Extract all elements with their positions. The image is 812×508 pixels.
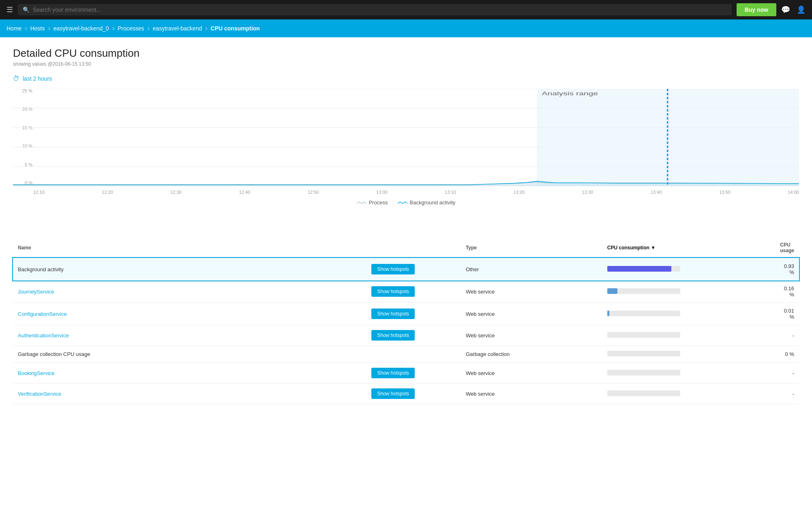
cell-name: ConfigurationService bbox=[13, 303, 366, 325]
show-hotspots-button[interactable]: Show hotspots bbox=[371, 368, 415, 378]
cell-type: Garbage collection bbox=[461, 346, 602, 363]
user-icon[interactable]: 👤 bbox=[797, 5, 806, 14]
x-label-1230: 12:30 bbox=[170, 190, 182, 195]
col-header-name: Name bbox=[13, 238, 366, 258]
cell-hotspots: Show hotspots bbox=[366, 363, 461, 384]
cell-cpu-bar bbox=[602, 281, 775, 303]
bar-wrapper bbox=[607, 288, 680, 294]
col-header-hotspots bbox=[366, 238, 461, 258]
col-header-cpu-usage: CPU usage bbox=[775, 238, 799, 258]
cell-type: Other bbox=[461, 258, 602, 281]
table-section: Name Type CPU consumption ▼ CPU usage Ba… bbox=[13, 238, 799, 404]
data-table: Name Type CPU consumption ▼ CPU usage Ba… bbox=[13, 238, 799, 404]
process-link[interactable]: BookingService bbox=[18, 370, 54, 376]
x-label-1350: 13:50 bbox=[719, 190, 731, 195]
cell-type: Web service bbox=[461, 303, 602, 325]
process-link[interactable]: AuthenticationService bbox=[18, 332, 69, 339]
cell-hotspots: Show hotspots bbox=[366, 303, 461, 325]
cell-name: VerificationService bbox=[13, 384, 366, 404]
page-title: Detailed CPU consumption bbox=[13, 47, 799, 60]
bar-wrapper-empty bbox=[607, 390, 680, 396]
breadcrumb: Home › Hosts › easytravel-backend_0 › Pr… bbox=[0, 19, 812, 37]
process-link[interactable]: JourneyService bbox=[18, 289, 54, 295]
process-link[interactable]: ConfigurationService bbox=[18, 311, 67, 317]
search-bar: 🔍 bbox=[18, 4, 732, 15]
col-header-cpu-consumption[interactable]: CPU consumption ▼ bbox=[602, 238, 775, 258]
cell-hotspots: Show hotspots bbox=[366, 325, 461, 346]
cell-cpu-usage: 0.01 % bbox=[775, 303, 799, 325]
time-range-selector[interactable]: ⏱ last 2 hours bbox=[13, 75, 799, 82]
table-row: AuthenticationServiceShow hotspotsWeb se… bbox=[13, 325, 799, 346]
cell-cpu-usage: - bbox=[775, 325, 799, 346]
topbar-icons: 💬 👤 bbox=[781, 5, 806, 14]
legend-process-label: Process bbox=[369, 199, 388, 206]
chat-icon[interactable]: 💬 bbox=[781, 5, 790, 14]
bar-wrapper bbox=[607, 266, 680, 272]
cell-cpu-usage: - bbox=[775, 363, 799, 384]
show-hotspots-button[interactable]: Show hotspots bbox=[371, 330, 415, 341]
breadcrumb-hosts[interactable]: Hosts bbox=[30, 25, 45, 32]
clock-icon: ⏱ bbox=[13, 75, 19, 82]
breadcrumb-processes[interactable]: Processes bbox=[118, 25, 144, 32]
table-row: ConfigurationServiceShow hotspotsWeb ser… bbox=[13, 303, 799, 325]
main-content: Detailed CPU consumption showing values … bbox=[0, 37, 812, 508]
breadcrumb-cpu: CPU consumption bbox=[211, 25, 260, 32]
cell-type: Web service bbox=[461, 363, 602, 384]
cell-name: Garbage collection CPU usage bbox=[13, 346, 366, 363]
x-label-1400: 14:00 bbox=[788, 190, 799, 195]
table-header-row: Name Type CPU consumption ▼ CPU usage bbox=[13, 238, 799, 258]
menu-icon[interactable]: ☰ bbox=[6, 5, 13, 14]
chart-svg: Analysis range bbox=[13, 89, 799, 186]
cell-cpu-bar bbox=[602, 325, 775, 346]
chart-svg-area: Analysis range bbox=[13, 89, 799, 187]
buy-now-button[interactable]: Buy now bbox=[737, 3, 776, 16]
cell-cpu-usage: 0 % bbox=[775, 346, 799, 363]
x-label-1330: 13:30 bbox=[582, 190, 593, 195]
chart-container: 25 % 20 % 15 % 10 % 5 % 0 % bbox=[13, 89, 799, 222]
cell-type: Web service bbox=[461, 325, 602, 346]
show-hotspots-button[interactable]: Show hotspots bbox=[371, 309, 415, 319]
show-hotspots-button[interactable]: Show hotspots bbox=[371, 388, 415, 399]
cell-hotspots: Show hotspots bbox=[366, 258, 461, 281]
cell-cpu-bar bbox=[602, 303, 775, 325]
bar-wrapper-empty bbox=[607, 351, 680, 356]
table-row: Background activityShow hotspotsOther0.9… bbox=[13, 258, 799, 281]
x-label-1320: 13:20 bbox=[514, 190, 525, 195]
breadcrumb-backend0[interactable]: easytravel-backend_0 bbox=[54, 25, 109, 32]
search-icon: 🔍 bbox=[23, 6, 30, 13]
breadcrumb-sep-2: › bbox=[48, 25, 50, 32]
x-label-1210: 12:10 bbox=[33, 190, 45, 195]
cell-name: AuthenticationService bbox=[13, 325, 366, 346]
cell-cpu-usage: - bbox=[775, 384, 799, 404]
breadcrumb-easytravel[interactable]: easytravel-backend bbox=[153, 25, 202, 32]
bar-fill bbox=[607, 311, 609, 316]
breadcrumb-sep-5: › bbox=[205, 25, 207, 32]
cell-hotspots: Show hotspots bbox=[366, 384, 461, 404]
cell-cpu-bar bbox=[602, 258, 775, 281]
table-row: JourneyServiceShow hotspotsWeb service0.… bbox=[13, 281, 799, 303]
cell-cpu-bar bbox=[602, 363, 775, 384]
legend-background: Background activity bbox=[398, 199, 456, 206]
legend-process: Process bbox=[357, 199, 388, 206]
breadcrumb-home[interactable]: Home bbox=[6, 25, 21, 32]
time-range-label: last 2 hours bbox=[23, 75, 52, 82]
legend-background-label: Background activity bbox=[410, 199, 456, 206]
svg-text:Analysis range: Analysis range bbox=[542, 91, 598, 96]
x-label-1240: 12:40 bbox=[239, 190, 251, 195]
page-subtitle: showing values @2016-06-15 13:50 bbox=[13, 61, 799, 67]
show-hotspots-button[interactable]: Show hotspots bbox=[371, 264, 415, 274]
cell-cpu-usage: 0.16 % bbox=[775, 281, 799, 303]
x-label-1300: 13:00 bbox=[376, 190, 388, 195]
legend-process-icon bbox=[357, 200, 366, 205]
bar-wrapper-empty bbox=[607, 370, 680, 375]
process-link[interactable]: VerificationService bbox=[18, 391, 61, 397]
cell-cpu-bar bbox=[602, 346, 775, 363]
x-label-1310: 13:10 bbox=[445, 190, 456, 195]
show-hotspots-button[interactable]: Show hotspots bbox=[371, 286, 415, 297]
col-header-type: Type bbox=[461, 238, 602, 258]
chart-x-labels: 12:10 12:20 12:30 12:40 12:50 13:00 13:1… bbox=[33, 190, 799, 195]
breadcrumb-sep-3: › bbox=[112, 25, 114, 32]
breadcrumb-sep-1: › bbox=[25, 25, 27, 32]
search-input[interactable] bbox=[33, 6, 727, 13]
bar-fill bbox=[607, 288, 617, 294]
